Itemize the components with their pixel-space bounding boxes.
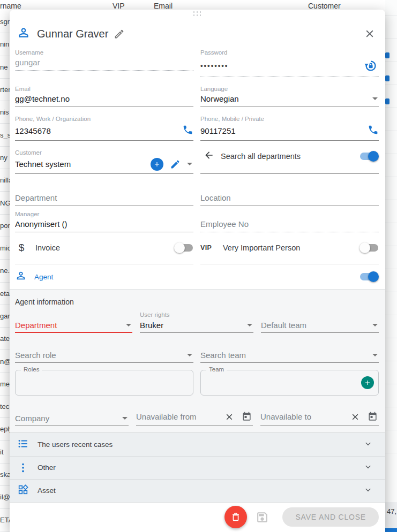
panel-other[interactable]: Other: [10, 456, 385, 479]
table-row[interactable]: rter: [0, 79, 10, 101]
table-row[interactable]: [385, 338, 397, 361]
table-row[interactable]: mic: [0, 237, 10, 260]
unavailable-from-field[interactable]: Unavailable from: [136, 409, 253, 426]
user-rights-select[interactable]: User rights Bruker: [140, 311, 253, 333]
edit-customer-icon[interactable]: [169, 158, 182, 171]
customer-value: Technet system: [15, 159, 145, 169]
delete-button[interactable]: [224, 506, 247, 528]
manager-field[interactable]: Manager Anonymisert (): [15, 210, 193, 232]
table-row[interactable]: [385, 361, 397, 384]
roles-box[interactable]: Roles: [15, 370, 193, 396]
table-row[interactable]: [385, 430, 397, 453]
clear-icon[interactable]: [349, 411, 361, 423]
table-row[interactable]: [385, 154, 397, 177]
save-and-close-button[interactable]: SAVE AND CLOSE: [282, 507, 379, 527]
search-team-select[interactable]: Search team: [200, 348, 379, 363]
table-row[interactable]: ne: [0, 56, 10, 79]
lock-reset-icon[interactable]: [363, 58, 379, 74]
phone-work-field[interactable]: Phone, Work / Organization 12345678: [15, 115, 193, 141]
table-row[interactable]: it: [0, 441, 10, 463]
dialog-header: Gunnar Graver: [10, 21, 385, 47]
search-all-departments-toggle[interactable]: [359, 151, 379, 162]
table-row[interactable]: ETA: [0, 509, 10, 531]
table-row[interactable]: [385, 292, 397, 315]
table-row[interactable]: etar: [0, 283, 10, 305]
table-row[interactable]: [385, 16, 397, 39]
row-count-fragment: 47,: [387, 507, 396, 515]
calendar-icon[interactable]: [241, 411, 253, 423]
clear-icon[interactable]: [223, 411, 235, 423]
panel-asset[interactable]: Asset: [10, 479, 385, 502]
chevron-down-icon: [372, 324, 378, 326]
drag-dots-icon: [193, 11, 202, 17]
table-row[interactable]: [385, 85, 397, 108]
table-row[interactable]: NGA: [0, 192, 10, 214]
table-row[interactable]: s_sl: [0, 124, 10, 146]
table-row[interactable]: ny: [0, 147, 10, 169]
table-row[interactable]: il@: [0, 486, 10, 508]
icon-fragment: [385, 98, 389, 104]
team-box[interactable]: Team: [200, 370, 379, 396]
chevron-down-icon[interactable]: [187, 163, 192, 165]
calendar-icon[interactable]: [366, 411, 379, 423]
chevron-down-icon: [363, 484, 373, 497]
department-field[interactable]: Department: [15, 192, 193, 206]
table-row[interactable]: [385, 246, 397, 269]
table-row[interactable]: por: [0, 215, 10, 237]
table-row[interactable]: [385, 407, 397, 430]
panel-recent-cases[interactable]: The users recent cases: [10, 432, 385, 455]
edit-name-button[interactable]: [113, 27, 126, 41]
agent-department-select[interactable]: Department: [15, 318, 132, 333]
phone-mobile-field[interactable]: Phone, Mobile / Private 90117251: [200, 115, 379, 141]
agent-toggle[interactable]: [359, 271, 379, 282]
search-role-select[interactable]: Search role: [15, 348, 193, 363]
company-select[interactable]: Company: [15, 412, 129, 426]
invoice-toggle[interactable]: [174, 242, 193, 253]
table-row[interactable]: sgr: [0, 11, 10, 33]
phone-icon[interactable]: [368, 124, 379, 138]
save-icon[interactable]: [256, 511, 269, 524]
table-row[interactable]: [385, 269, 397, 292]
table-row[interactable]: [385, 177, 397, 200]
table-row[interactable]: ska: [0, 463, 10, 486]
employee-no-field[interactable]: Employee No: [200, 210, 379, 232]
arrow-back-icon[interactable]: [204, 150, 214, 163]
table-row[interactable]: gar: [0, 305, 10, 328]
agent-label: Agent: [34, 273, 53, 281]
unavailable-to-field[interactable]: Unavailable to: [260, 409, 379, 426]
table-row[interactable]: mey: [0, 373, 10, 396]
drag-handle[interactable]: [10, 10, 385, 18]
table-row[interactable]: nis: [0, 101, 10, 124]
table-row[interactable]: n@: [0, 350, 10, 373]
location-field[interactable]: Location: [200, 192, 379, 206]
language-select[interactable]: Language Norwegian: [200, 85, 379, 107]
chevron-down-icon: [363, 438, 373, 451]
vip-toggle[interactable]: [359, 242, 379, 253]
table-row[interactable]: [385, 200, 397, 223]
phone-icon[interactable]: [182, 124, 193, 138]
email-field[interactable]: Email gg@technet.no: [15, 85, 193, 107]
table-row[interactable]: [385, 131, 397, 154]
table-row[interactable]: [385, 0, 397, 16]
table-row[interactable]: ate: [0, 328, 10, 350]
add-team-button[interactable]: [361, 376, 374, 389]
table-row[interactable]: eply: [0, 418, 10, 440]
table-row[interactable]: [385, 223, 397, 246]
default-team-select[interactable]: Default team: [261, 318, 379, 333]
table-row[interactable]: [385, 62, 397, 85]
table-row[interactable]: tec: [0, 396, 10, 418]
add-customer-button[interactable]: [151, 158, 163, 171]
table-row[interactable]: nin: [0, 33, 10, 56]
table-row[interactable]: [385, 39, 397, 62]
table-row[interactable]: ne.l: [0, 260, 10, 282]
customer-field[interactable]: Customer Technet system: [15, 149, 193, 174]
table-row[interactable]: [385, 315, 397, 338]
vip-toggle-row: VIP Very Important Person: [200, 232, 379, 264]
close-icon[interactable]: [363, 27, 377, 41]
person-icon: [17, 26, 31, 42]
chevron-down-icon: [122, 417, 128, 420]
table-row[interactable]: nilla: [0, 169, 10, 192]
table-row[interactable]: [385, 108, 397, 131]
password-field: Password ••••••••: [200, 49, 379, 77]
table-row[interactable]: [385, 384, 397, 407]
